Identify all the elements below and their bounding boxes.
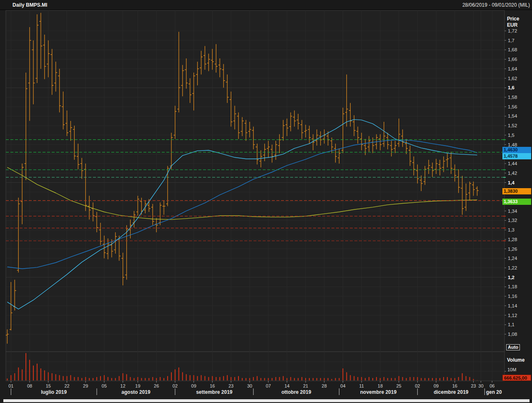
price-tick-label: 1,5 <box>508 133 514 138</box>
price-tick-label: 1,24 <box>508 256 517 261</box>
date-tick-label: 11 <box>359 383 364 388</box>
date-tick-label: 15 <box>46 383 51 388</box>
price-tick-label: 1,2 <box>508 275 514 280</box>
price-tick-label: 1,14 <box>508 303 517 308</box>
price-tick-label: 1,16 <box>508 294 517 299</box>
month-label: luglio 2019 <box>41 389 67 395</box>
date-tick-label: 23 <box>228 383 233 388</box>
date-tick-label: 12 <box>120 383 125 388</box>
price-tick-label: 1,4 <box>508 180 515 185</box>
price-axis-label: Price <box>507 16 519 22</box>
price-tick-label: 1,3 <box>508 227 514 232</box>
date-tick-label: 06 <box>489 383 494 388</box>
volume-pane-header: Volume <box>507 357 524 363</box>
last-price-badge: 1,3830 <box>502 188 531 194</box>
date-tick-label: 16 <box>210 383 215 388</box>
price-tick-label: 1,26 <box>508 247 517 252</box>
month-label: novembre 2019 <box>360 389 397 395</box>
price-tick-label: 1,44 <box>508 161 517 166</box>
month-label: dicembre 2019 <box>434 389 469 395</box>
price-tick-label: 1,62 <box>508 76 517 81</box>
price-tick-label: 1,7 <box>508 38 514 43</box>
date-tick-label: 09 <box>191 383 196 388</box>
last-volume-badge: 666.625,00 <box>502 375 531 381</box>
trading-app-window: Daily BMPS.MI 28/06/2019 - 09/01/2020 (M… <box>0 0 532 403</box>
price-tick-label: 1,56 <box>508 104 517 109</box>
chart-plot-area[interactable] <box>6 10 504 381</box>
price-tick-label: 1,52 <box>508 123 517 128</box>
date-tick-label: 04 <box>340 383 345 388</box>
date-tick-label: 19 <box>135 383 140 388</box>
ma-long-value-badge: 1,3633 <box>502 199 531 205</box>
price-tick-label: 1,72 <box>508 28 517 33</box>
date-tick-label: 09 <box>434 383 439 388</box>
volume-axis-tick-label: 10M <box>507 367 516 372</box>
price-tick-label: 1,42 <box>508 171 517 176</box>
price-tick-label: 1,18 <box>508 284 517 289</box>
price-tick-label: 1,32 <box>508 218 517 223</box>
month-label: ottobre 2019 <box>281 389 311 395</box>
date-tick-label: 18 <box>378 383 383 388</box>
month-label: agosto 2019 <box>121 389 151 395</box>
date-tick-label: 30 <box>247 383 252 388</box>
price-axis-header: Price EUR <box>507 16 519 28</box>
date-tick-label: 22 <box>64 383 69 388</box>
auto-scale-button[interactable]: Auto <box>506 344 520 350</box>
date-tick-label: 28 <box>322 383 327 388</box>
price-tick-label: 1,68 <box>508 47 517 52</box>
price-tick-label: 1,64 <box>508 66 517 71</box>
date-tick-label: 05 <box>102 383 107 388</box>
price-tick-label: 1,54 <box>508 113 517 118</box>
price-tick-label: 1,6 <box>508 85 514 90</box>
price-tick-label: 1,22 <box>508 265 517 270</box>
price-tick-label: 1,34 <box>508 209 517 214</box>
date-tick-label: 30 <box>478 383 483 388</box>
price-tick-label: 1,08 <box>508 332 517 337</box>
date-tick-label: 29 <box>83 383 88 388</box>
ma-fast-value-badge: 1,4578 <box>502 153 531 159</box>
date-tick-label: 25 <box>396 383 402 388</box>
date-tick-label: 08 <box>27 383 32 388</box>
date-tick-label: 26 <box>154 383 159 388</box>
price-tick-label: 1,12 <box>508 313 517 318</box>
price-tick-label: 1,1 <box>508 322 514 327</box>
price-tick-label: 1,28 <box>508 237 517 242</box>
date-tick-label: 07 <box>266 383 271 388</box>
month-label: settembre 2019 <box>196 389 233 395</box>
date-tick-label: 01 <box>8 383 13 388</box>
date-tick-label: 14 <box>284 383 289 388</box>
date-tick-label: 02 <box>173 383 178 388</box>
price-tick-label: 1,58 <box>508 95 517 100</box>
chart-canvas[interactable]: 1,081,11,121,141,161,181,21,221,241,261,… <box>0 0 532 403</box>
date-tick-label: 21 <box>303 383 308 388</box>
ma-slow-value-badge: 1,4630 <box>502 147 531 153</box>
price-tick-label: 1,66 <box>508 57 517 62</box>
date-tick-label: 16 <box>452 383 457 388</box>
date-tick-label: 02 <box>415 383 420 388</box>
price-axis-currency: EUR <box>507 22 519 28</box>
horizontal-scrollbar[interactable] <box>3 399 529 402</box>
price-tick-label: 1,48 <box>508 142 517 147</box>
month-label: gen 20 <box>486 389 502 395</box>
date-tick-label: 23 <box>471 383 476 388</box>
